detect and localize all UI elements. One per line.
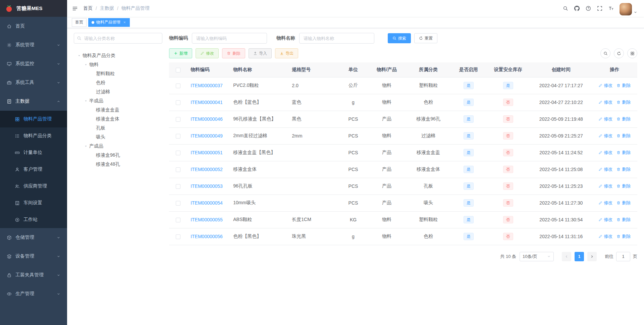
sidebar-item-2[interactable]: 系统监控	[0, 54, 67, 73]
tag-current[interactable]: 物料产品管理	[88, 18, 130, 27]
sidebar-subitem-1[interactable]: 物料产品分类	[0, 127, 67, 144]
tree-expand-caret-icon[interactable]	[83, 99, 89, 103]
tree-node[interactable]: 移液盒96孔	[74, 151, 162, 160]
sidebar-toggle-button[interactable]	[67, 0, 83, 17]
row-select-checkbox[interactable]	[176, 234, 180, 239]
delete-button[interactable]: 删除	[222, 48, 245, 58]
sidebar-item-1[interactable]: 系统管理	[0, 36, 67, 54]
sidebar-subitem-0[interactable]: 物料产品管理	[0, 111, 67, 127]
export-button[interactable]: 导出	[275, 48, 298, 58]
sidebar-subitem-6[interactable]: 工作站	[0, 211, 67, 228]
row-edit-button[interactable]: 修改	[598, 217, 612, 223]
search-button[interactable]: 搜索	[388, 33, 411, 43]
row-delete-button[interactable]: 删除	[616, 166, 631, 172]
sidebar-item-0[interactable]: 首页	[0, 17, 67, 36]
tree-node[interactable]: 移液盒盒盖	[74, 105, 162, 114]
add-button[interactable]: 新增	[169, 48, 192, 58]
row-select-checkbox[interactable]	[176, 184, 180, 189]
sidebar-item-3[interactable]: 系统工具	[0, 73, 67, 92]
tree-node[interactable]: 吸头	[74, 132, 162, 142]
row-edit-button[interactable]: 修改	[598, 200, 612, 206]
item-code-link[interactable]: ITEM00000037	[191, 83, 223, 88]
category-search-input[interactable]	[74, 33, 162, 44]
sidebar-item-7[interactable]: 工装夹具管理	[0, 266, 67, 284]
tag-home[interactable]: 首页	[72, 18, 87, 27]
item-code-link[interactable]: ITEM00000056	[191, 234, 223, 239]
row-select-checkbox[interactable]	[176, 117, 180, 122]
fullscreen-icon[interactable]	[594, 0, 605, 17]
sidebar-subitem-4[interactable]: 供应商管理	[0, 178, 67, 195]
row-select-checkbox[interactable]	[176, 218, 180, 222]
item-code-link[interactable]: ITEM00000049	[191, 133, 223, 139]
row-delete-button[interactable]: 删除	[616, 116, 631, 122]
tree-node[interactable]: 孔板	[74, 123, 162, 132]
row-select-checkbox[interactable]	[176, 84, 180, 88]
sidebar-item-6[interactable]: 设备管理	[0, 247, 67, 266]
row-select-checkbox[interactable]	[176, 134, 180, 139]
sidebar-item-5[interactable]: 仓储管理	[0, 228, 67, 247]
name-filter-input[interactable]	[299, 33, 374, 44]
breadcrumb-item-home[interactable]: 首页	[83, 5, 93, 11]
github-icon[interactable]	[571, 0, 583, 17]
user-menu[interactable]	[617, 1, 641, 15]
item-code-link[interactable]: ITEM00000054	[191, 200, 223, 206]
page-size-select[interactable]: 10条/页	[520, 252, 554, 261]
row-delete-button[interactable]: 删除	[616, 183, 631, 189]
row-select-checkbox[interactable]	[176, 167, 180, 172]
import-button[interactable]: 导入	[249, 48, 272, 58]
close-icon[interactable]	[123, 20, 126, 24]
row-edit-button[interactable]: 修改	[598, 83, 612, 89]
select-all-checkbox[interactable]	[176, 68, 180, 72]
row-edit-button[interactable]: 修改	[598, 133, 612, 139]
row-delete-button[interactable]: 删除	[616, 200, 631, 206]
item-code-link[interactable]: ITEM00000053	[191, 183, 223, 189]
row-edit-button[interactable]: 修改	[598, 183, 612, 189]
help-icon[interactable]	[583, 0, 594, 17]
sidebar-subitem-3[interactable]: 客户管理	[0, 161, 67, 178]
row-edit-button[interactable]: 修改	[598, 116, 612, 122]
row-select-checkbox[interactable]	[176, 201, 180, 206]
font-size-icon[interactable]	[605, 0, 617, 17]
tree-node[interactable]: 半成品	[74, 96, 162, 105]
row-delete-button[interactable]: 删除	[616, 150, 631, 156]
tree-expand-caret-icon[interactable]	[83, 145, 89, 148]
tree-expand-caret-icon[interactable]	[83, 63, 89, 66]
tree-node[interactable]: 色粉	[74, 78, 162, 87]
tree-node[interactable]: 移液盒盒体	[74, 114, 162, 123]
item-code-link[interactable]: ITEM00000051	[191, 150, 223, 155]
tree-node[interactable]: 移液盒48孔	[74, 160, 162, 169]
sidebar-subitem-5[interactable]: 车间设置	[0, 195, 67, 211]
row-edit-button[interactable]: 修改	[598, 99, 612, 105]
app-logo[interactable]: 苦糖果MES	[0, 0, 67, 17]
next-page-button[interactable]	[587, 252, 597, 261]
edit-button[interactable]: 修改	[196, 48, 219, 58]
sidebar-item-4[interactable]: 主数据	[0, 92, 67, 111]
row-edit-button[interactable]: 修改	[598, 150, 612, 156]
row-delete-button[interactable]: 删除	[616, 83, 631, 89]
item-code-link[interactable]: ITEM00000046	[191, 116, 223, 122]
row-delete-button[interactable]: 删除	[616, 233, 631, 239]
tree-node[interactable]: 过滤棉	[74, 87, 162, 96]
tree-node[interactable]: 塑料颗粒	[74, 69, 162, 78]
tree-node[interactable]: 产成品	[74, 142, 162, 151]
prev-page-button[interactable]	[562, 252, 571, 261]
row-edit-button[interactable]: 修改	[598, 233, 612, 239]
code-filter-input[interactable]	[192, 33, 267, 44]
row-delete-button[interactable]: 删除	[616, 217, 631, 223]
sidebar-item-8[interactable]: 生产管理	[0, 284, 67, 303]
item-code-link[interactable]: ITEM00000055	[191, 217, 223, 222]
row-delete-button[interactable]: 删除	[616, 99, 631, 105]
row-select-checkbox[interactable]	[176, 100, 180, 105]
item-code-link[interactable]: ITEM00000041	[191, 100, 223, 105]
reset-button[interactable]: 重置	[414, 33, 437, 43]
page-number-button[interactable]: 1	[575, 252, 584, 261]
row-edit-button[interactable]: 修改	[598, 166, 612, 172]
tree-expand-caret-icon[interactable]	[76, 54, 83, 57]
toggle-search-button[interactable]	[600, 48, 610, 58]
item-code-link[interactable]: ITEM00000052	[191, 167, 223, 172]
goto-page-input[interactable]	[616, 252, 630, 261]
sidebar-subitem-2[interactable]: 计量单位	[0, 144, 67, 161]
columns-toggle-button[interactable]	[627, 48, 637, 58]
row-select-checkbox[interactable]	[176, 151, 180, 155]
header-search-icon[interactable]	[560, 0, 571, 17]
